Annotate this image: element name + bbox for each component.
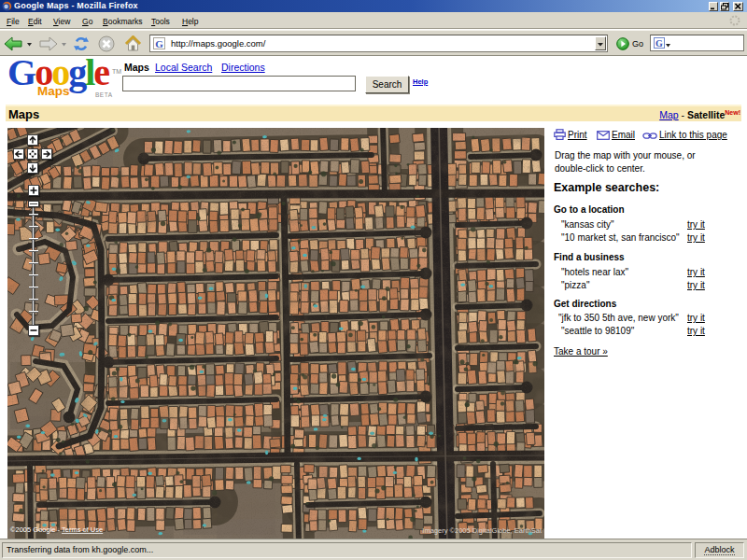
- svg-text:©2005 Google - Terms of Use: ©2005 Google - Terms of Use: [10, 525, 103, 534]
- svg-text:Imagery ©2005 DigitalGlobe, Ea: Imagery ©2005 DigitalGlobe, EarthSat: [422, 526, 543, 535]
